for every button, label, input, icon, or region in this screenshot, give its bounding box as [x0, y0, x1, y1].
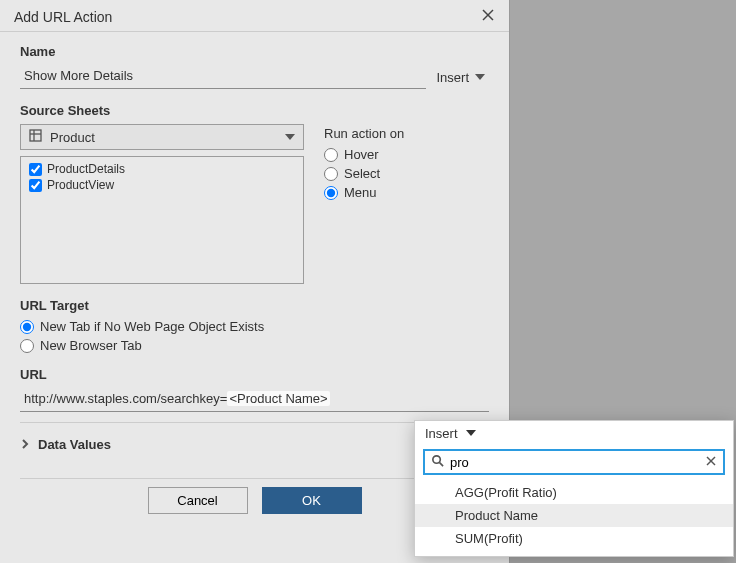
cancel-button[interactable]: Cancel	[148, 487, 248, 514]
dialog-header: Add URL Action	[0, 0, 509, 32]
radio-input[interactable]	[324, 186, 338, 200]
clear-icon[interactable]	[705, 455, 717, 470]
url-prefix: http://www.staples.com/searchkey=	[24, 391, 227, 406]
source-left: Product ProductDetails ProductView	[20, 124, 304, 284]
radio-label: Hover	[344, 147, 379, 162]
radio-input[interactable]	[324, 148, 338, 162]
dropdown-list: AGG(Profit Ratio) Product Name SUM(Profi…	[415, 479, 733, 556]
url-block: URL http://www.staples.com/searchkey=<Pr…	[20, 367, 489, 412]
url-token: <Product Name>	[227, 391, 329, 406]
run-action-label: Run action on	[324, 126, 489, 141]
caret-down-icon	[475, 70, 485, 85]
search-icon	[431, 454, 444, 470]
sheet-checkbox[interactable]	[29, 163, 42, 176]
svg-marker-2	[475, 74, 485, 80]
radio-input[interactable]	[324, 167, 338, 181]
url-row: http://www.staples.com/searchkey=<Produc…	[20, 388, 489, 412]
url-label: URL	[20, 367, 489, 382]
close-icon[interactable]	[481, 8, 495, 25]
dropdown-search	[423, 449, 725, 475]
source-sheet-value: Product	[50, 130, 277, 145]
source-sheets-label: Source Sheets	[20, 103, 489, 118]
target-option-new-browser-tab[interactable]: New Browser Tab	[20, 338, 489, 353]
ok-button[interactable]: OK	[262, 487, 362, 514]
run-option-select[interactable]: Select	[324, 166, 489, 181]
run-option-menu[interactable]: Menu	[324, 185, 489, 200]
svg-marker-6	[285, 134, 295, 140]
name-input[interactable]	[20, 65, 426, 89]
sheet-label: ProductView	[47, 178, 114, 192]
target-option-newtab-if-none[interactable]: New Tab if No Web Page Object Exists	[20, 319, 489, 334]
dropdown-item[interactable]: Product Name	[415, 504, 733, 527]
svg-line-9	[439, 462, 443, 466]
insert-label: Insert	[425, 426, 458, 441]
radio-label: Select	[344, 166, 380, 181]
sheet-checkbox[interactable]	[29, 179, 42, 192]
name-label: Name	[20, 44, 489, 59]
run-action-block: Run action on Hover Select Menu	[324, 124, 489, 204]
svg-point-8	[433, 456, 440, 463]
sheet-item[interactable]: ProductDetails	[25, 161, 299, 177]
radio-input[interactable]	[20, 339, 34, 353]
sheet-item[interactable]: ProductView	[25, 177, 299, 193]
dropdown-item[interactable]: SUM(Profit)	[415, 527, 733, 550]
name-row: Insert	[20, 65, 489, 89]
data-values-label: Data Values	[38, 437, 111, 452]
svg-marker-7	[466, 430, 476, 436]
caret-down-icon	[285, 130, 295, 145]
dropdown-header[interactable]: Insert	[415, 421, 733, 445]
source-sheet-select[interactable]: Product	[20, 124, 304, 150]
radio-label: New Browser Tab	[40, 338, 142, 353]
dropdown-search-input[interactable]	[450, 455, 699, 470]
dialog-title: Add URL Action	[14, 9, 112, 25]
radio-input[interactable]	[20, 320, 34, 334]
sheet-grid-icon	[29, 129, 42, 145]
insert-field-dropdown: Insert AGG(Profit Ratio) Product Name SU…	[414, 420, 734, 557]
name-insert-dropdown[interactable]: Insert	[436, 70, 489, 85]
url-target-label: URL Target	[20, 298, 489, 313]
caret-down-icon	[466, 426, 476, 441]
radio-label: Menu	[344, 185, 377, 200]
url-input[interactable]: http://www.staples.com/searchkey=<Produc…	[20, 388, 489, 412]
run-option-hover[interactable]: Hover	[324, 147, 489, 162]
svg-rect-3	[30, 130, 41, 141]
sheet-label: ProductDetails	[47, 162, 125, 176]
dropdown-item[interactable]: AGG(Profit Ratio)	[415, 481, 733, 504]
chevron-right-icon	[20, 437, 30, 452]
url-target-block: URL Target New Tab if No Web Page Object…	[20, 298, 489, 353]
sheet-list: ProductDetails ProductView	[20, 156, 304, 284]
source-row: Product ProductDetails ProductView Run a…	[20, 124, 489, 284]
radio-label: New Tab if No Web Page Object Exists	[40, 319, 264, 334]
insert-label: Insert	[436, 70, 469, 85]
